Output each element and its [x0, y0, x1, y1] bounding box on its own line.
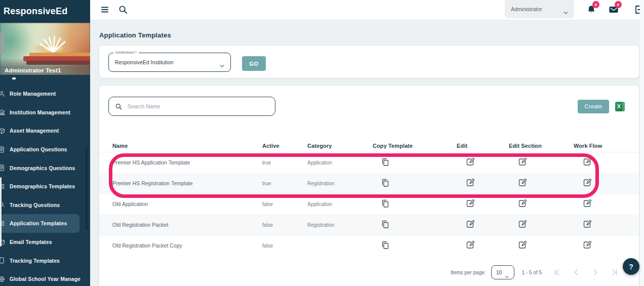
edit-section-icon[interactable]	[518, 157, 527, 167]
copy-template-icon[interactable]	[381, 220, 390, 229]
notifications-badge: 0	[592, 1, 599, 8]
edit-icon[interactable]	[466, 199, 475, 208]
page-size-select[interactable]: 10	[491, 265, 514, 279]
page-scrollbar[interactable]	[640, 0, 644, 286]
sidebar: ResponsiveEd Administrator Test1 Role Ma…	[0, 0, 90, 286]
table-row: Premier HS Application Template true App…	[99, 152, 639, 173]
edit-icon[interactable]	[466, 220, 475, 229]
copy-template-icon[interactable]	[381, 240, 390, 250]
profile-photo: Administrator Test1	[0, 23, 90, 75]
asset-management-icon	[0, 127, 6, 135]
sidebar-scrollbar-left[interactable]	[0, 177, 2, 247]
institution-filter-panel: Institution:* ResponsiveEd Institution G…	[99, 46, 639, 78]
institution-select-label: Institution:*	[113, 50, 139, 55]
edit-section-icon[interactable]	[518, 178, 527, 187]
table-row: Old Registration Packet Copy false	[99, 235, 639, 256]
help-button[interactable]: ?	[623, 258, 639, 275]
sidebar-item-role-management[interactable]: Role Management	[0, 85, 90, 103]
sidebar-item-tracking-templates[interactable]: Tracking Templates	[0, 251, 90, 270]
excel-export-icon[interactable]: X	[615, 102, 625, 111]
edit-icon[interactable]	[466, 178, 475, 187]
sidebar-item-global-school-year[interactable]: Global School Year Manage	[0, 270, 90, 286]
table-toolbar: Create X	[99, 86, 639, 116]
tracking-templates-icon	[0, 257, 6, 264]
sidebar-item-application-questions[interactable]: Application Questions	[0, 140, 90, 159]
col-copy-template: Copy Template	[373, 143, 457, 149]
work-flow-icon[interactable]	[583, 220, 592, 229]
chevron-down-icon	[220, 61, 224, 64]
items-per-page-label: Items per page:	[451, 270, 486, 275]
first-page-button[interactable]	[553, 268, 561, 276]
sidebar-scrollbar[interactable]	[86, 147, 88, 230]
templates-table-panel: Create X Name Active Category Copy Templ…	[99, 86, 639, 286]
messages-button[interactable]: 0	[609, 5, 619, 15]
menu-icon[interactable]	[100, 5, 110, 15]
chevron-down-icon	[79, 69, 84, 72]
sidebar-item-tracking-questions[interactable]: Tracking Questions	[0, 196, 90, 215]
go-button[interactable]: GO	[242, 56, 266, 71]
col-active: Active	[262, 143, 307, 149]
table-row: Premier HS Registration Template true Re…	[99, 173, 639, 194]
search-icon	[115, 103, 123, 110]
table-header: Name Active Category Copy Template Edit …	[99, 139, 639, 152]
edit-icon[interactable]	[466, 157, 475, 167]
app-logo: ResponsiveEd	[0, 0, 90, 23]
main-content: Application Templates Institution:* Resp…	[90, 20, 644, 286]
edit-section-icon[interactable]	[518, 240, 527, 250]
last-page-button[interactable]	[611, 268, 619, 276]
table-row: Old Application false Application	[99, 194, 639, 215]
institution-management-icon	[0, 108, 6, 116]
col-work-flow: Work Flow	[574, 143, 626, 149]
search-name-box[interactable]	[108, 97, 275, 116]
edit-section-icon[interactable]	[518, 199, 527, 208]
chevron-down-icon	[564, 8, 568, 11]
search-icon[interactable]	[118, 5, 128, 15]
user-menu[interactable]: Administrator Test1	[0, 67, 90, 73]
chevron-down-icon	[505, 271, 509, 274]
institution-select[interactable]: Institution:* ResponsiveEd Institution	[108, 53, 231, 72]
col-name: Name	[112, 143, 262, 149]
col-edit: Edit	[457, 143, 509, 149]
user-name: Administrator Test1	[5, 67, 79, 73]
create-button[interactable]: Create	[578, 100, 609, 113]
global-school-year-icon	[0, 275, 6, 283]
notifications-button[interactable]: 0	[586, 5, 596, 15]
topbar: Administrator 0 0	[90, 0, 644, 20]
sidebar-item-asset-management[interactable]: Asset Management	[0, 121, 90, 140]
institution-select-value: ResponsiveEd Institution	[115, 59, 220, 65]
copy-template-icon[interactable]	[381, 199, 390, 208]
sidebar-item-demographics-templates[interactable]: Demographics Templates	[0, 177, 90, 196]
app-logo-text: ResponsiveEd	[4, 6, 67, 17]
copy-template-icon[interactable]	[381, 157, 390, 167]
table-row: Old Registration Packet false Registrati…	[99, 215, 639, 235]
sidebar-item-email-templates[interactable]: Email Templates	[0, 233, 90, 252]
previous-page-button[interactable]	[572, 268, 580, 276]
role-management-icon	[0, 90, 6, 98]
demographics-questions-icon	[0, 164, 6, 172]
paginator: Items per page: 10 1 - 5 of 5	[99, 256, 639, 279]
col-edit-section: Edit Section	[509, 143, 574, 149]
edit-icon[interactable]	[466, 240, 475, 250]
role-select[interactable]: Administrator	[505, 0, 574, 18]
work-flow-icon[interactable]	[583, 178, 592, 187]
page-range-label: 1 - 5 of 5	[522, 270, 542, 275]
sidebar-item-application-templates[interactable]: Application Templates	[0, 214, 79, 233]
copy-template-icon[interactable]	[381, 178, 390, 187]
col-category: Category	[307, 143, 373, 149]
next-page-button[interactable]	[591, 268, 599, 276]
work-flow-icon[interactable]	[583, 157, 592, 167]
search-name-input[interactable]	[128, 103, 269, 109]
work-flow-icon[interactable]	[583, 240, 592, 250]
edit-section-icon[interactable]	[518, 220, 527, 229]
page-title: Application Templates	[99, 31, 639, 39]
sidebar-item-institution-management[interactable]: Institution Management	[0, 103, 90, 122]
application-questions-icon	[0, 146, 6, 153]
sidebar-item-demographics-questions[interactable]: Demographics Questions	[0, 158, 90, 177]
work-flow-icon[interactable]	[583, 199, 592, 208]
sidebar-nav: Role Management Institution Management A…	[0, 75, 90, 286]
messages-badge: 0	[615, 1, 622, 8]
